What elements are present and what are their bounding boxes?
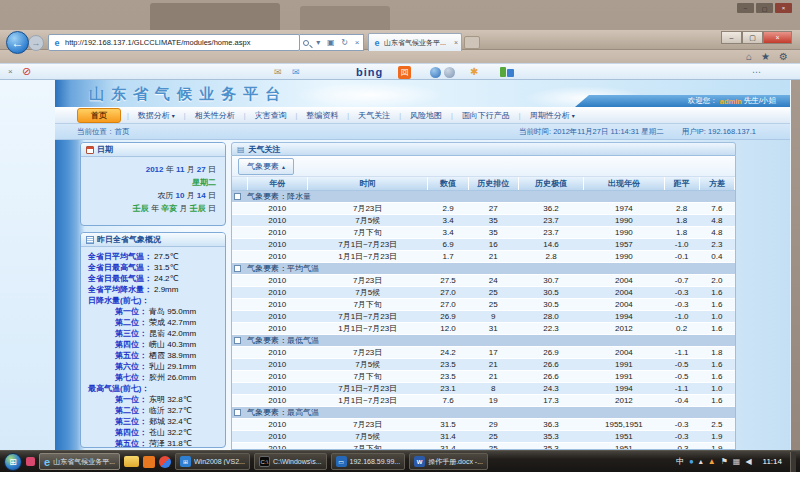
task-button-ie[interactable]: e山东省气候业务平... xyxy=(39,453,120,470)
table-row[interactable]: 20107月下旬31.42535.31951-0.31.9 xyxy=(232,442,735,450)
table-row[interactable]: 20107月23日24.21726.92004-1.11.8 xyxy=(232,346,735,358)
send-mail-icon[interactable]: ✉ xyxy=(292,67,300,77)
gear-icon[interactable]: ⚙ xyxy=(779,51,788,62)
nav-item-4[interactable]: 整编资料 xyxy=(297,109,347,122)
column-header[interactable]: 数值 xyxy=(428,177,468,190)
table-row[interactable]: 20107月23日2.92736.219742.87.6 xyxy=(232,202,735,214)
column-header[interactable]: 出现年份 xyxy=(584,177,664,190)
group-row[interactable]: 气象要素：降水量 xyxy=(232,190,735,202)
refresh-icon[interactable]: ↻ xyxy=(341,38,348,47)
nav-item-3[interactable]: 灾害查询 xyxy=(246,109,296,122)
task-button-rdp[interactable]: ▭192.168.59.99... xyxy=(331,453,406,470)
column-header[interactable]: 时间 xyxy=(307,177,428,190)
table-row[interactable]: 20107月1日~7月23日23.1824.31994-1.11.0 xyxy=(232,382,735,394)
minimize-icon[interactable]: – xyxy=(737,3,754,13)
table-row[interactable]: 20107月5候3.43523.719901.84.8 xyxy=(232,214,735,226)
start-button[interactable]: ⊞ xyxy=(4,453,22,471)
show-desktop-button[interactable] xyxy=(790,452,796,472)
close-icon[interactable]: × xyxy=(763,31,792,44)
nav-item-2[interactable]: 相关性分析 xyxy=(186,109,244,122)
pin-folder-icon[interactable] xyxy=(124,456,139,467)
bing-logo[interactable]: bing xyxy=(356,66,383,78)
column-header[interactable]: 历史极值 xyxy=(518,177,583,190)
addon-spark-icon[interactable]: ✱ xyxy=(470,66,478,77)
pin-pink-icon[interactable] xyxy=(26,457,35,466)
table-row[interactable]: 20107月5候31.42535.31951-0.31.9 xyxy=(232,430,735,442)
table-row[interactable]: 20107月1日~7月23日26.9928.01994-1.01.0 xyxy=(232,310,735,322)
addon-gray-icon[interactable] xyxy=(444,67,455,78)
mail-icon[interactable]: ✉ xyxy=(274,67,282,77)
task-button-win[interactable]: ⊞Win2008 (VS2... xyxy=(175,453,250,470)
tray-icon-5[interactable]: ▦ xyxy=(733,457,741,466)
table-row[interactable]: 20107月5候27.02530.52004-0.31.6 xyxy=(232,286,735,298)
addon-blue-icon[interactable] xyxy=(430,67,441,78)
element-dropdown-button[interactable]: 气象要素 ▴ xyxy=(238,158,294,175)
close-addon-icon[interactable]: × xyxy=(8,67,13,76)
search-icon[interactable] xyxy=(303,40,309,46)
table-row[interactable]: 20107月23日27.52430.72004-0.72.0 xyxy=(232,274,735,286)
tray-icon-6[interactable]: ◀ xyxy=(745,457,751,466)
pin-orange-icon[interactable] xyxy=(143,456,155,468)
addon-puzzle-icon[interactable] xyxy=(500,67,506,77)
more-icon[interactable]: ⋯ xyxy=(752,67,762,77)
tray-icon-1[interactable]: ● xyxy=(689,457,694,466)
table-row[interactable]: 20107月下旬3.43523.719901.84.8 xyxy=(232,226,735,238)
nav-item-7[interactable]: 面向下行产品 xyxy=(453,109,519,122)
column-header[interactable]: 方差 xyxy=(699,177,734,190)
column-header[interactable]: 距平 xyxy=(664,177,699,190)
collapse-icon[interactable] xyxy=(234,337,241,344)
table-row[interactable]: 20107月23日31.52936.31955,1951-0.32.5 xyxy=(232,418,735,430)
collapse-icon[interactable] xyxy=(234,409,241,416)
nav-item-0[interactable]: 首页 xyxy=(77,108,121,123)
collapse-icon[interactable] xyxy=(234,193,241,200)
task-button-word[interactable]: W操作手册.docx -... xyxy=(409,453,488,470)
table-cell: -0.3 xyxy=(664,286,699,298)
tray-icon-3[interactable]: ▲ xyxy=(708,457,716,466)
tab-close-icon[interactable]: × xyxy=(454,39,458,46)
column-header[interactable]: 年份 xyxy=(247,177,307,190)
pin-media-icon[interactable] xyxy=(159,456,171,468)
favorites-star-icon[interactable]: ★ xyxy=(761,51,770,62)
addon-puzzle-icon2[interactable] xyxy=(507,69,514,77)
new-tab-button[interactable] xyxy=(464,36,480,49)
back-button[interactable]: ← xyxy=(6,31,29,54)
maximize-icon[interactable]: ▢ xyxy=(756,3,773,13)
stat-value: 2.9mm xyxy=(154,285,178,294)
collapse-icon[interactable] xyxy=(234,265,241,272)
table-row[interactable]: 20101月1日~7月23日12.03122.320120.21.6 xyxy=(232,322,735,334)
chevron-down-icon[interactable]: ▾ xyxy=(316,38,320,47)
stop-icon[interactable]: × xyxy=(355,38,360,47)
group-row[interactable]: 气象要素：最低气温 xyxy=(232,334,735,346)
tray-icon-0[interactable]: 中 xyxy=(676,456,684,467)
home-icon[interactable]: ⌂ xyxy=(746,51,752,62)
table-row[interactable]: 20101月1日~7月23日7.61917.32012-0.41.6 xyxy=(232,394,735,406)
addon-orange-icon[interactable]: 回 xyxy=(398,66,411,79)
clock[interactable]: 11:14 xyxy=(763,457,782,466)
block-icon[interactable]: ⊘ xyxy=(22,66,31,77)
table-row[interactable]: 20101月1日~7月23日1.7212.81990-0.10.4 xyxy=(232,250,735,262)
table-row[interactable]: 20107月1日~7月23日6.91614.61957-1.02.3 xyxy=(232,238,735,250)
column-header[interactable]: 历史排位 xyxy=(468,177,518,190)
address-bar[interactable]: e http://192.168.137.1/GLCCLIMATE/module… xyxy=(48,34,300,51)
nav-item-1[interactable]: 数据分析▾ xyxy=(129,109,184,122)
table-cell: 36.2 xyxy=(518,202,583,214)
table-row[interactable]: 20107月下旬23.52126.61991-0.51.6 xyxy=(232,370,735,382)
tray-icon-4[interactable]: ⚑ xyxy=(721,457,728,466)
nav-item-8[interactable]: 周期性分析▾ xyxy=(521,109,584,122)
group-row[interactable]: 气象要素：平均气温 xyxy=(232,262,735,274)
compatibility-view-icon[interactable]: ▣ xyxy=(327,38,335,47)
table-row[interactable]: 20107月5候23.52126.61991-0.51.6 xyxy=(232,358,735,370)
nav-item-6[interactable]: 风险地图 xyxy=(401,109,451,122)
tray-icon-2[interactable]: ▴ xyxy=(699,457,703,466)
forward-button[interactable]: → xyxy=(28,35,44,51)
task-button-cmd[interactable]: C:\C:\Windows\s... xyxy=(254,453,327,470)
stat-label: 全省日最高气温： xyxy=(88,263,152,272)
browser-tab[interactable]: e 山东省气候业务平... × xyxy=(368,33,462,51)
group-row[interactable]: 气象要素：最高气温 xyxy=(232,406,735,418)
close-icon[interactable]: × xyxy=(775,3,792,13)
minimize-icon[interactable]: – xyxy=(721,31,742,44)
table-row[interactable]: 20107月下旬27.02530.52004-0.31.6 xyxy=(232,298,735,310)
maximize-icon[interactable]: ▢ xyxy=(742,31,763,44)
nav-item-5[interactable]: 天气关注 xyxy=(349,109,399,122)
weather-focus-title: 天气关注 xyxy=(249,144,281,155)
